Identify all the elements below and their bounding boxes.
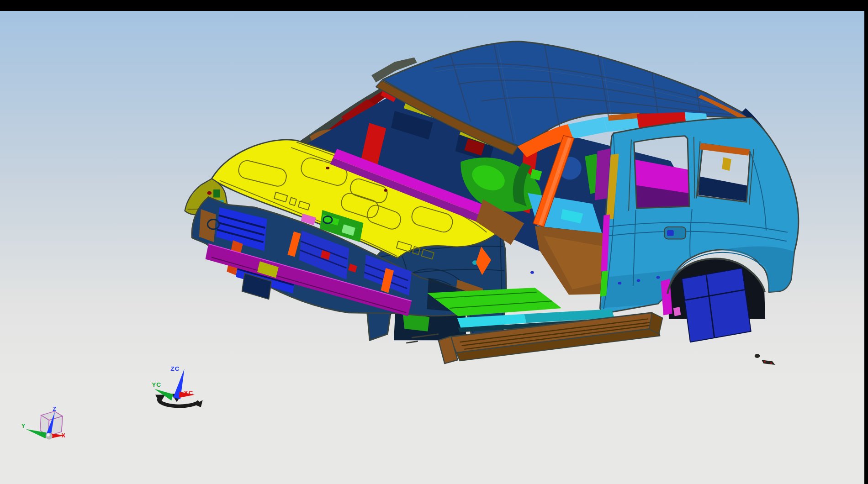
wcs-x-label: XC — [184, 389, 194, 396]
wcs-y-label: YC — [152, 381, 161, 388]
datum-x-label: X — [62, 432, 66, 439]
viewport-3d[interactable]: ZC YC XC Z Y X — [0, 11, 864, 484]
window-right-bar — [864, 0, 868, 484]
datum-z-label: Z — [53, 406, 56, 412]
car-body-model[interactable] — [185, 41, 799, 365]
graphics-canvas[interactable]: ZC YC XC Z Y X — [0, 11, 864, 484]
cad-application-window: ZC YC XC Z Y X — [0, 0, 868, 484]
wcs-z-label: ZC — [170, 365, 180, 372]
datum-csys[interactable]: Z Y X — [21, 406, 66, 440]
loose-parts[interactable] — [755, 354, 775, 365]
datum-y-label: Y — [21, 423, 26, 429]
window-top-bar — [0, 0, 868, 11]
wcs-triad[interactable]: ZC YC XC — [152, 365, 202, 407]
